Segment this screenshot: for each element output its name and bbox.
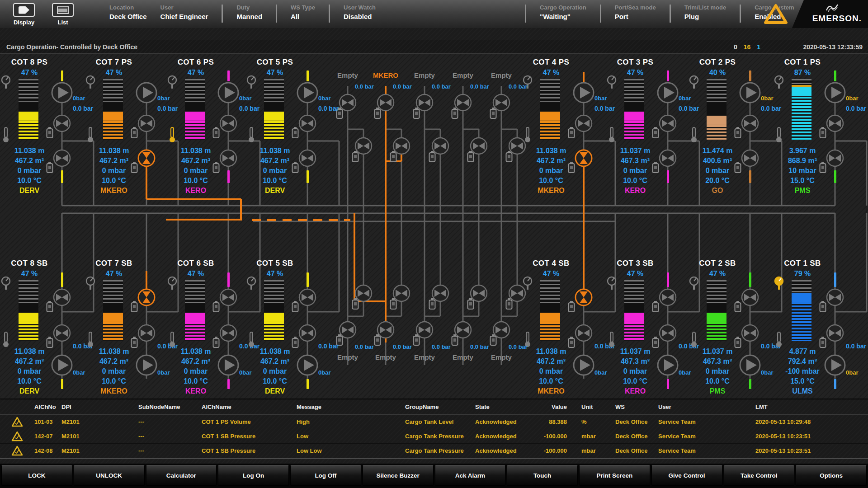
open-valve-icon[interactable]: [137, 287, 156, 307]
tank-valve-icon[interactable]: [52, 113, 72, 133]
tank-valve-icon[interactable]: [825, 113, 845, 133]
cargo-pump-icon[interactable]: [296, 353, 319, 377]
tank-valve-icon[interactable]: [297, 287, 317, 307]
alarm-cell: mbar: [579, 447, 613, 454]
tank-level-gauge[interactable]: [103, 79, 123, 140]
alarm-row[interactable]: 101-03M2101---COT 1 PS VolumeHighCargo T…: [0, 415, 868, 429]
log-on-button[interactable]: Log On: [218, 465, 289, 486]
level-sensor-icon: [166, 75, 179, 91]
log-off-button[interactable]: Log Off: [290, 465, 361, 486]
pump-pressure-label: 0bar: [73, 95, 85, 102]
field-value: All: [291, 13, 315, 20]
tank-valve-icon[interactable]: [658, 113, 678, 133]
line-segment: [227, 170, 230, 183]
tank-valve-icon[interactable]: [52, 148, 72, 168]
tank-valve-icon[interactable]: [297, 323, 317, 343]
tank-level-gauge[interactable]: [624, 280, 644, 341]
alarm-count-normal: 0: [734, 43, 737, 51]
cargo-pump-icon[interactable]: [296, 81, 319, 104]
touch-button[interactable]: Touch: [507, 465, 578, 486]
tank-valve-icon[interactable]: [137, 323, 156, 343]
list-button[interactable]: List: [48, 3, 78, 28]
cargo-pump-icon[interactable]: [656, 353, 679, 377]
manifold-pressure-label: 0.0 bar: [432, 83, 451, 90]
tank-level-gauge[interactable]: [707, 79, 726, 140]
cargo-pump-icon[interactable]: [823, 81, 847, 104]
cargo-pump-icon[interactable]: [738, 353, 762, 377]
silence-buzzer-button[interactable]: Silence Buzzer: [363, 465, 434, 486]
give-control-button[interactable]: Give Control: [651, 465, 722, 486]
tank-valve-icon[interactable]: [658, 323, 678, 343]
tank-level-gauge[interactable]: [264, 79, 284, 140]
line-segment: [227, 70, 230, 81]
open-valve-icon[interactable]: [137, 148, 156, 168]
open-valve-icon[interactable]: [574, 148, 594, 168]
valve-actuator-icon: [429, 298, 436, 310]
tank-valve-icon[interactable]: [52, 323, 72, 343]
tank-valve-icon[interactable]: [825, 323, 845, 343]
tank-valve-icon[interactable]: [218, 148, 238, 168]
cargo-pump-icon[interactable]: [572, 353, 595, 377]
temperature-value: 10.0 °C: [82, 376, 146, 386]
open-valve-icon[interactable]: [574, 287, 594, 307]
alarm-triangle-button[interactable]: [763, 3, 788, 27]
line-segment: [307, 272, 309, 287]
tank-valve-icon[interactable]: [740, 287, 760, 307]
alarm-table: AlChNoDPISubNodeNameAlChNameMessageGroup…: [0, 399, 868, 459]
tank-valve-icon[interactable]: [658, 148, 678, 168]
tank-valve-icon[interactable]: [297, 148, 317, 168]
tank-valve-icon[interactable]: [52, 287, 72, 307]
take-control-button[interactable]: Take Control: [724, 465, 795, 486]
tank-valve-icon[interactable]: [218, 113, 238, 133]
tank-level-gauge[interactable]: [540, 79, 560, 140]
level-sensor-icon: [688, 276, 701, 292]
options-button[interactable]: Options: [796, 465, 867, 486]
tank-valve-icon[interactable]: [658, 287, 678, 307]
lock-button[interactable]: LOCK: [1, 465, 72, 486]
tank-valve-icon[interactable]: [740, 148, 760, 168]
tank-level-gauge[interactable]: [19, 79, 38, 140]
tank-level-gauge[interactable]: [103, 280, 123, 341]
valve-actuator-icon: [652, 127, 659, 139]
tank-valve-icon[interactable]: [218, 287, 238, 307]
unlock-button[interactable]: UNLOCK: [74, 465, 145, 486]
tank-valve-icon[interactable]: [218, 323, 238, 343]
column-header: LMT: [753, 404, 868, 410]
alarm-row[interactable]: 142-08M2101---COT 1 SB PressureLow LowCa…: [0, 444, 868, 458]
cargo-pump-icon[interactable]: [572, 81, 595, 104]
cargo-pump-icon[interactable]: [823, 353, 847, 377]
cargo-pump-icon[interactable]: [217, 353, 240, 377]
tank-level-gauge[interactable]: [264, 280, 284, 341]
tank-level-gauge[interactable]: [792, 280, 811, 341]
cargo-pump-icon[interactable]: [738, 81, 762, 104]
calculator-button[interactable]: Calculator: [146, 465, 217, 486]
cargo-pump-icon[interactable]: [135, 81, 158, 104]
tank-level-gauge[interactable]: [624, 79, 644, 140]
tank-level-gauge[interactable]: [185, 280, 205, 341]
tank-level-gauge[interactable]: [19, 280, 38, 341]
tank-level-gauge[interactable]: [185, 79, 205, 140]
status-field-user-watch: User Watch Disabled: [344, 4, 376, 28]
field-label: Port/Sea mode: [615, 4, 656, 11]
tank-valve-icon[interactable]: [740, 323, 760, 343]
cargo-pump-icon[interactable]: [217, 81, 240, 104]
tank-valve-icon[interactable]: [825, 287, 845, 307]
tank-valve-icon[interactable]: [297, 113, 317, 133]
cargo-pump-icon[interactable]: [50, 81, 74, 104]
tank-valve-icon[interactable]: [825, 148, 845, 168]
tank-valve-icon[interactable]: [574, 113, 594, 133]
display-button[interactable]: Display: [9, 3, 39, 28]
cargo-pump-icon[interactable]: [135, 353, 158, 377]
tank-valve-icon[interactable]: [137, 113, 156, 133]
print-screen-button[interactable]: Print Screen: [579, 465, 650, 486]
tank-valve-icon[interactable]: [574, 323, 594, 343]
cargo-pump-icon[interactable]: [656, 81, 679, 104]
ack-alarm-button[interactable]: Ack Alarm: [435, 465, 506, 486]
alarm-row[interactable]: 142-07M2101---COT 1 SB PressureLowCargo …: [0, 429, 868, 444]
cargo-pump-icon[interactable]: [50, 353, 74, 377]
tank-valve-icon[interactable]: [740, 113, 760, 133]
tank-name: COT 1 SB: [772, 259, 833, 268]
tank-level-gauge[interactable]: [707, 280, 726, 341]
tank-level-gauge[interactable]: [540, 280, 560, 341]
tank-level-gauge[interactable]: [792, 79, 811, 140]
